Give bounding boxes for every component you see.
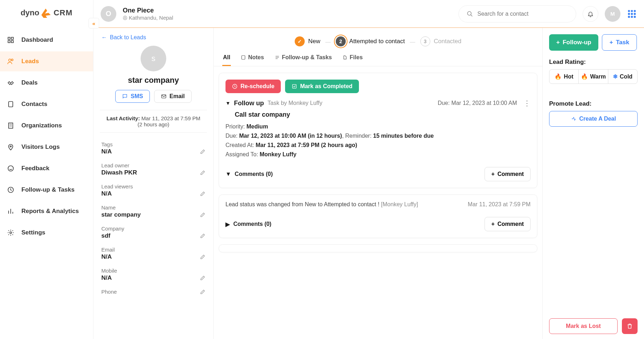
plus-icon: + <box>491 171 495 177</box>
followup-task-card: Re-schedule Mark as Completed ▼ Follow u… <box>219 73 537 188</box>
rating-hot[interactable]: 🔥Hot <box>549 70 579 84</box>
nav-item-contacts[interactable]: Contacts <box>0 94 93 114</box>
flame-icon: 🔥 <box>554 73 562 80</box>
snowflake-icon: ❄ <box>613 73 618 80</box>
svg-point-17 <box>631 13 633 15</box>
user-avatar[interactable]: M <box>605 6 620 22</box>
tab-icon <box>275 55 280 60</box>
task-title: Follow up <box>234 100 264 107</box>
smile-icon <box>6 164 15 173</box>
tab-all[interactable]: All <box>222 50 231 66</box>
task-by: Task by Monkey Luffy <box>268 100 323 106</box>
nav-item-deals[interactable]: Deals <box>0 73 93 93</box>
last-activity: Last Activity: Mar 11, 2023 at 7:59 PM (… <box>101 115 206 132</box>
svg-point-14 <box>631 10 633 12</box>
plus-icon: + <box>491 221 495 227</box>
edit-icon[interactable] <box>200 191 206 197</box>
task-more-menu[interactable]: ⋮ <box>523 99 531 107</box>
tab-notes[interactable]: Notes <box>240 50 264 66</box>
followup-button[interactable]: + Follow-up <box>549 34 598 51</box>
edit-icon[interactable] <box>200 275 206 281</box>
nav-item-leads[interactable]: Leads <box>0 51 93 71</box>
flame-icon: 🔥 <box>581 73 588 80</box>
nav-item-visitors-logs[interactable]: Visitors Logs <box>0 137 93 157</box>
search-box[interactable] <box>458 5 576 22</box>
svg-point-5 <box>11 59 13 61</box>
delete-button[interactable] <box>622 318 638 334</box>
nav-item-dashboard[interactable]: Dashboard <box>0 30 93 50</box>
comments-toggle[interactable]: ▼ Comments (0) <box>225 171 273 177</box>
task-button[interactable]: + Task <box>602 34 637 51</box>
plus-icon: + <box>556 39 560 46</box>
pin-icon <box>6 143 15 151</box>
nav-item-organizations[interactable]: Organizations <box>0 116 93 136</box>
stage-contacted[interactable]: 3Contacted <box>420 36 462 46</box>
chat-icon <box>122 93 128 99</box>
edit-icon[interactable] <box>200 170 206 176</box>
location-icon: ◎ <box>123 14 127 21</box>
tabs: AllNotesFollow-up & TasksFiles <box>214 50 542 66</box>
bars-icon <box>6 207 15 216</box>
topbar: O One Piece ◎ Kathmandu, Nepal M <box>93 0 644 28</box>
edit-icon[interactable] <box>200 212 206 218</box>
edit-icon[interactable] <box>200 149 206 155</box>
reschedule-button[interactable]: Re-schedule <box>225 80 281 93</box>
email-button[interactable]: Email <box>154 90 192 103</box>
plus-icon: + <box>609 39 613 46</box>
nav: DashboardLeadsDealsContactsOrganizations… <box>0 30 93 243</box>
svg-rect-0 <box>8 37 10 40</box>
add-comment-button[interactable]: + Comment <box>485 167 531 181</box>
notifications-button[interactable] <box>583 6 598 22</box>
svg-point-9 <box>8 166 14 171</box>
svg-rect-2 <box>8 41 10 43</box>
promote-title: Promote Lead: <box>549 100 638 107</box>
stage-attempted-to-contact[interactable]: 2Attempted to contact <box>336 36 405 46</box>
activity-feed: Re-schedule Mark as Completed ▼ Follow u… <box>214 66 542 339</box>
svg-point-11 <box>10 232 12 234</box>
svg-point-15 <box>634 10 636 12</box>
sms-button[interactable]: SMS <box>115 90 150 103</box>
svg-rect-3 <box>11 41 14 43</box>
mail-icon <box>161 93 167 99</box>
stage-new[interactable]: ✓New <box>295 36 320 46</box>
back-to-leads-link[interactable]: ← Back to Leads <box>101 34 206 41</box>
create-deal-button[interactable]: Create A Deal <box>549 111 638 127</box>
deal-icon <box>571 116 577 122</box>
tab-icon <box>343 55 348 60</box>
tab-follow-up-tasks[interactable]: Follow-up & Tasks <box>274 50 333 66</box>
tab-files[interactable]: Files <box>342 50 363 66</box>
field-email: EmailN/A <box>101 243 206 264</box>
task-due-short: Due: Mar 12, 2023 at 10:00 AM <box>438 100 517 106</box>
svg-rect-23 <box>242 56 245 60</box>
mark-completed-button[interactable]: Mark as Completed <box>285 80 359 93</box>
svg-point-4 <box>9 59 11 61</box>
stage-bar: ✓New—2Attempted to contact—3Contacted <box>214 28 542 50</box>
collapse-sidebar-button[interactable]: « <box>88 18 99 29</box>
status-change-card: Lead status was changed from New to Atte… <box>219 194 537 238</box>
tab-icon <box>241 55 246 60</box>
trash-icon <box>627 323 633 329</box>
search-input[interactable] <box>477 11 568 17</box>
mark-as-lost-button[interactable]: Mark as Lost <box>549 318 618 334</box>
nav-item-follow-up-tasks[interactable]: Follow-up & Tasks <box>0 180 93 200</box>
nav-item-settings[interactable]: Settings <box>0 223 93 243</box>
org-name: One Piece <box>123 7 173 14</box>
activity-text: Lead status was changed from New to Atte… <box>225 201 464 208</box>
field-name: Namestar company <box>101 201 206 222</box>
activity-panel: ✓New—2Attempted to contact—3Contacted Al… <box>214 28 542 339</box>
field-phone: Phone <box>101 285 206 299</box>
apps-icon[interactable] <box>627 9 637 19</box>
rating-warm[interactable]: 🔥Warm <box>579 70 608 84</box>
nav-item-reports-analytics[interactable]: Reports & Analytics <box>0 201 93 221</box>
edit-icon[interactable] <box>200 254 206 260</box>
svg-point-18 <box>634 13 636 15</box>
edit-icon[interactable] <box>200 233 206 239</box>
edit-icon[interactable] <box>200 289 206 295</box>
comments-toggle[interactable]: ▶ Comments (0) <box>225 221 272 228</box>
building-icon <box>6 121 15 130</box>
nav-item-feedback[interactable]: Feedback <box>0 158 93 178</box>
rating-cold[interactable]: ❄Cold <box>608 70 637 84</box>
collapse-task-toggle[interactable]: ▼ <box>225 100 230 106</box>
arrow-left-icon: ← <box>101 34 107 41</box>
add-comment-button[interactable]: + Comment <box>485 217 531 231</box>
